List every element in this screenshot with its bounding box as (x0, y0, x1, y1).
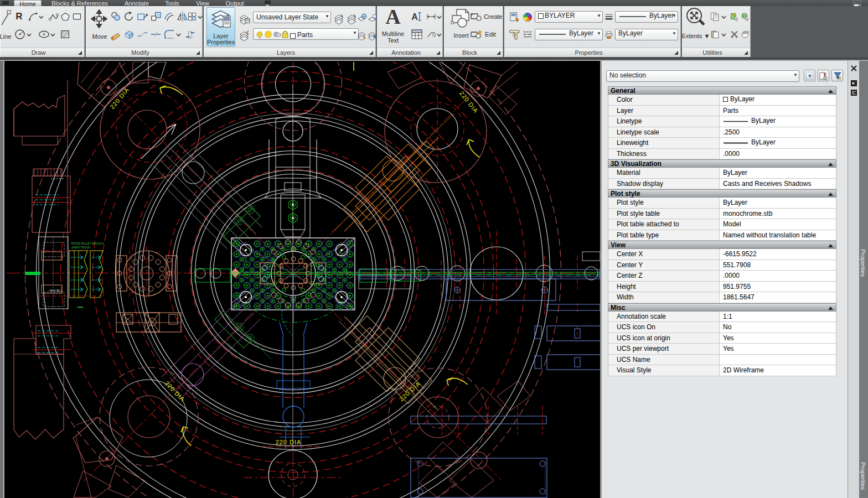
svg-text:A: A (385, 6, 401, 27)
svg-text:○W.6.BL○: ○W.6.BL○ (48, 289, 63, 292)
svg-text:220 DIA: 220 DIA (398, 380, 422, 402)
svg-text:220 DIA: 220 DIA (276, 439, 302, 445)
svg-text:TRACE PALLET BROACH: TRACE PALLET BROACH (71, 242, 104, 245)
svg-text:▬▬: ▬▬ (78, 305, 83, 308)
svg-text:A: A (411, 12, 418, 22)
svg-text:-60MIN TENON: -60MIN TENON (71, 246, 91, 249)
